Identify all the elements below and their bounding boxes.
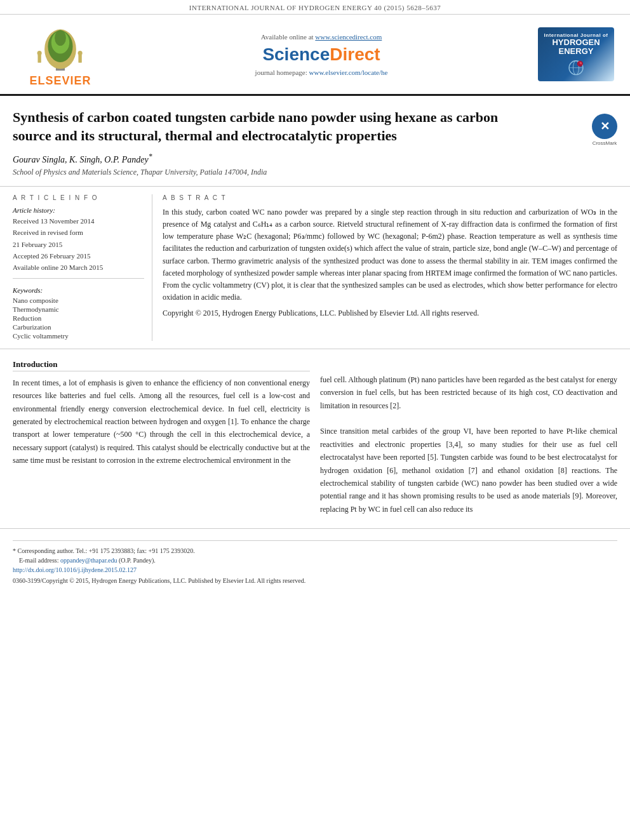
journal-homepage: journal homepage: www.elsevier.com/locat… xyxy=(255,69,388,76)
elsevier-logo: ELSEVIER xyxy=(13,21,108,88)
svg-point-4 xyxy=(55,30,66,46)
keyword-1: Nano composite xyxy=(13,297,144,304)
article-info-abstract-section: A R T I C L E I N F O Article history: R… xyxy=(0,187,630,349)
introduction-text: In recent times, a lot of emphasis is gi… xyxy=(13,377,310,467)
footer-divider xyxy=(13,540,617,541)
crossmark-icon: ✕ xyxy=(592,114,617,139)
affiliation-text: School of Physics and Materials Science,… xyxy=(13,168,508,177)
body-section: Introduction In recent times, a lot of e… xyxy=(0,349,630,516)
email-address[interactable]: oppandey@thapar.edu xyxy=(60,557,117,564)
email-label: E-mail address: xyxy=(19,557,58,564)
abstract-text-content: In this study, carbon coated WC nano pow… xyxy=(163,208,617,302)
journal-title: INTERNATIONAL JOURNAL OF HYDROGEN ENERGY… xyxy=(189,4,441,11)
introduction-title: Introduction xyxy=(13,359,310,371)
svg-rect-5 xyxy=(37,55,41,62)
email-suffix: (O.P. Pandey). xyxy=(119,557,156,564)
hydrogen-energy-badge: International Journal of HYDROGENENERGY xyxy=(538,27,614,81)
received-date: Received 13 November 2014 xyxy=(13,217,144,226)
sciencedirect-link[interactable]: www.sciencedirect.com xyxy=(315,33,382,41)
article-title-section: Synthesis of carbon coated tungsten carb… xyxy=(0,96,630,187)
article-title: Synthesis of carbon coated tungsten carb… xyxy=(13,109,508,180)
abstract-column: A B S T R A C T In this study, carbon co… xyxy=(163,194,617,341)
svg-point-6 xyxy=(37,51,42,55)
body-right-column: fuel cell. Although platinum (Pt) nano p… xyxy=(320,359,617,516)
keyword-3: Reduction xyxy=(13,314,144,322)
svg-point-13 xyxy=(579,62,582,64)
article-info-heading: A R T I C L E I N F O xyxy=(13,194,144,201)
received-revised-label: Received in revised form xyxy=(13,228,144,237)
svg-rect-7 xyxy=(78,55,81,62)
journal-homepage-link[interactable]: www.elsevier.com/locate/he xyxy=(309,69,388,76)
doi-line: http://dx.doi.org/10.1016/j.ijhydene.201… xyxy=(13,565,617,575)
right-column-text: fuel cell. Although platinum (Pt) nano p… xyxy=(320,373,617,516)
footer-section: * Corresponding author. Tel.: +91 175 23… xyxy=(0,528,630,590)
keyword-2: Thermodynamic xyxy=(13,305,144,313)
available-online-date: Available online 20 March 2015 xyxy=(13,263,144,272)
abstract-copyright: Copyright © 2015, Hydrogen Energy Public… xyxy=(163,307,617,319)
history-label: Article history: xyxy=(13,206,144,214)
corresponding-author-note: * Corresponding author. Tel.: +91 175 23… xyxy=(13,546,617,556)
authors-text: Gourav Singla, K. Singh, O.P. Pandey* xyxy=(13,152,508,165)
center-header: Available online at www.sciencedirect.co… xyxy=(114,21,528,88)
accepted-date: Accepted 26 February 2015 xyxy=(13,251,144,261)
journal-header-bar: INTERNATIONAL JOURNAL OF HYDROGEN ENERGY… xyxy=(0,0,630,15)
issn-copyright: 0360-3199/Copyright © 2015, Hydrogen Ene… xyxy=(13,577,617,584)
corresponding-label: * Corresponding author. Tel.: +91 175 23… xyxy=(13,547,195,554)
email-line: E-mail address: oppandey@thapar.edu (O.P… xyxy=(13,556,617,565)
badge-decoration xyxy=(560,59,592,76)
doi-link[interactable]: http://dx.doi.org/10.1016/j.ijhydene.201… xyxy=(13,566,137,573)
received-revised-date: 21 February 2015 xyxy=(13,240,144,250)
badge-hydrogen-text: HYDROGENENERGY xyxy=(552,38,600,57)
elsevier-wordmark: ELSEVIER xyxy=(29,74,91,88)
abstract-body: In this study, carbon coated WC nano pow… xyxy=(163,206,617,320)
main-title-text: Synthesis of carbon coated tungsten carb… xyxy=(13,109,508,145)
crossmark-label: CrossMark xyxy=(593,140,617,146)
sciencedirect-brand: ScienceDirect xyxy=(262,44,380,65)
separator-1 xyxy=(13,278,144,279)
article-info-column: A R T I C L E I N F O Article history: R… xyxy=(13,194,152,341)
crossmark-badge[interactable]: ✕ CrossMark xyxy=(592,114,617,146)
corresponding-marker: * xyxy=(149,152,152,161)
keyword-4: Carburization xyxy=(13,323,144,331)
abstract-heading: A B S T R A C T xyxy=(163,194,617,201)
elsevier-tree-svg xyxy=(29,21,92,72)
keyword-5: Cyclic voltammetry xyxy=(13,332,144,340)
body-left-column: Introduction In recent times, a lot of e… xyxy=(13,359,310,516)
right-journal-badge: International Journal of HYDROGENENERGY xyxy=(535,21,617,88)
keywords-label: Keywords: xyxy=(13,286,144,294)
svg-point-8 xyxy=(78,51,83,55)
header-area: ELSEVIER Available online at www.science… xyxy=(0,15,630,96)
authors-names: Gourav Singla, K. Singh, O.P. Pandey xyxy=(13,155,149,164)
available-online-text: Available online at www.sciencedirect.co… xyxy=(261,33,382,41)
title-row: Synthesis of carbon coated tungsten carb… xyxy=(13,109,617,180)
